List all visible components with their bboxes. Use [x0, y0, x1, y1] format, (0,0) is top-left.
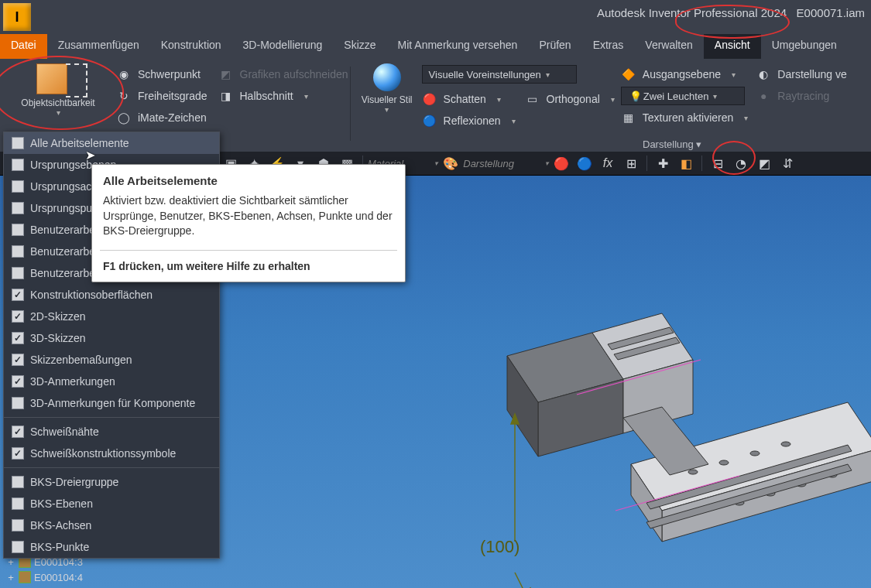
textures-button[interactable]: ▦Texturen aktivieren — [621, 108, 749, 127]
color-wheel-icon[interactable]: 🎨 — [440, 154, 461, 173]
checkbox-icon[interactable] — [12, 497, 24, 510]
half-section-button[interactable]: ◨Halbschnitt — [218, 87, 348, 105]
checkbox-icon[interactable] — [12, 267, 24, 279]
checkbox-icon[interactable] — [12, 245, 24, 258]
reflections-button[interactable]: 🔵Reflexionen — [422, 111, 516, 130]
qat-icon-15[interactable]: ⇵ — [777, 154, 798, 173]
checkbox-icon[interactable] — [12, 447, 24, 460]
dropdown-item[interactable]: Alle Arbeitselemente — [4, 132, 219, 154]
appearance-button[interactable]: ◐Darstellung ve — [756, 65, 847, 84]
dropdown-item-label: Skizzenbemaßungen — [30, 354, 132, 366]
checkbox-icon[interactable] — [12, 224, 24, 236]
dof-button[interactable]: ↻Freiheitsgrade — [116, 87, 207, 105]
dropdown-item[interactable]: Schweißkonstruktionssymbole — [4, 443, 219, 464]
ortho-label: Orthogonal — [547, 93, 600, 105]
checkbox-icon[interactable] — [12, 541, 24, 553]
appearance-combo[interactable]: Darstellung — [463, 155, 549, 172]
tab-3dmodel[interactable]: 3D-Modellierung — [232, 34, 334, 59]
checkbox-icon[interactable] — [12, 375, 24, 388]
tab-design[interactable]: Konstruktion — [150, 34, 232, 59]
qat-icon-11[interactable]: ◧ — [675, 154, 697, 173]
tooltip-title: Alle Arbeitselemente — [92, 165, 405, 193]
cog-button[interactable]: ◉Schwerpunkt — [116, 65, 207, 84]
object-visibility-button[interactable]: Objektsichtbarkeit ▾ — [16, 62, 99, 118]
slice-icon: ◩ — [218, 67, 234, 82]
texture-icon: ▦ — [621, 110, 636, 125]
qat-icon-12[interactable]: ⊟ — [707, 154, 729, 173]
checkbox-icon[interactable] — [12, 476, 24, 488]
cursor-icon: ➤ — [85, 148, 95, 162]
checkbox-icon[interactable] — [12, 137, 24, 149]
file-name: E000071.iam — [797, 6, 865, 19]
svg-point-3 — [688, 470, 698, 474]
dropdown-item-label: Schweißnähte — [30, 426, 99, 438]
checkbox-icon[interactable] — [12, 519, 24, 532]
reflections-label: Reflexionen — [444, 115, 501, 127]
tab-inspect[interactable]: Prüfen — [528, 34, 581, 59]
tab-environments[interactable]: Umgebungen — [761, 34, 848, 59]
dropdown-item[interactable]: 3D-Skizzen — [4, 327, 219, 349]
checkbox-icon[interactable] — [12, 397, 24, 409]
object-visibility-icon — [36, 63, 67, 94]
dropdown-item[interactable]: Konstruktionsoberflächen — [4, 284, 219, 306]
visual-style-button[interactable]: Visueller Stil ▾ — [357, 62, 417, 115]
tab-annotate[interactable]: Mit Anmerkung versehen — [387, 34, 529, 59]
cog-label: Schwerpunkt — [138, 68, 201, 80]
checkbox-icon[interactable] — [12, 354, 24, 366]
dropdown-item[interactable]: BKS-Achsen — [4, 514, 219, 536]
dropdown-item[interactable]: Skizzenbemaßungen — [4, 349, 219, 371]
qat-icon-13[interactable]: ◔ — [730, 154, 752, 173]
tree-label: E000104:4 — [34, 572, 83, 583]
checkbox-icon[interactable] — [12, 426, 24, 438]
textures-label: Texturen aktivieren — [643, 111, 734, 124]
dropdown-item-label: 3D-Anmerkungen für Komponente — [30, 397, 195, 409]
imate-button[interactable]: ◯iMate-Zeichen — [116, 108, 207, 127]
dropdown-item-label: Schweißkonstruktionssymbole — [30, 447, 176, 460]
app-icon: I — [3, 3, 31, 31]
qat-icon-14[interactable]: ◩ — [753, 154, 775, 173]
checkbox-icon[interactable] — [12, 289, 24, 301]
qat-icon-7[interactable]: 🔴 — [550, 154, 572, 173]
svg-point-5 — [750, 451, 760, 456]
fx-icon[interactable]: fx — [597, 154, 619, 173]
tree-row-2[interactable]: +E000104:4 — [6, 569, 83, 585]
separator — [350, 67, 351, 141]
svg-line-29 — [515, 573, 526, 588]
dropdown-item[interactable]: Schweißnähte — [4, 421, 219, 443]
dropdown-item-label: 2D-Skizzen — [30, 310, 86, 323]
dropdown-item[interactable]: 3D-Anmerkungen für Komponente — [4, 392, 219, 414]
dropdown-item-label: BKS-Ebenen — [30, 497, 93, 510]
visual-style-icon — [373, 63, 401, 91]
dropdown-item[interactable]: BKS-Ebenen — [4, 493, 219, 514]
dropdown-item-label: 3D-Skizzen — [30, 332, 86, 344]
model-tree[interactable]: +E000104:3 +E000104:4 — [6, 554, 83, 585]
tab-file[interactable]: Datei — [0, 34, 47, 59]
dropdown-item[interactable]: 3D-Anmerkungen — [4, 371, 219, 392]
checkbox-icon[interactable] — [12, 310, 24, 323]
expand-icon[interactable]: + — [6, 572, 15, 583]
visual-presets-combo[interactable]: Visuelle Voreinstellungen — [422, 65, 577, 84]
dimension-label: (100) — [480, 537, 520, 557]
ground-plane-button[interactable]: 🔶Ausgangsebene — [621, 65, 749, 84]
checkbox-icon[interactable] — [12, 159, 24, 171]
dropdown-item[interactable]: 2D-Skizzen — [4, 306, 219, 327]
checkbox-icon[interactable] — [12, 180, 24, 193]
shadow-button[interactable]: 🔴Schatten — [422, 90, 516, 108]
checkbox-icon[interactable] — [12, 202, 24, 214]
tab-view[interactable]: Ansicht — [704, 34, 761, 59]
orthogonal-button[interactable]: ▭Orthogonal — [525, 90, 615, 108]
dropdown-item[interactable]: BKS-Punkte — [4, 536, 219, 558]
dropdown-item[interactable]: BKS-Dreiergruppe — [4, 471, 219, 493]
qat-icon-10[interactable]: ✚ — [652, 154, 674, 173]
qat-icon-8[interactable]: 🔵 — [574, 154, 595, 173]
tab-assemble[interactable]: Zusammenfügen — [47, 34, 150, 59]
tab-tools[interactable]: Extras — [582, 34, 635, 59]
qat-icon-9[interactable]: ⊞ — [620, 154, 642, 173]
tab-sketch[interactable]: Skizze — [333, 34, 386, 59]
lights-combo[interactable]: 💡Zwei Leuchten — [621, 87, 745, 105]
lights-label: Zwei Leuchten — [643, 91, 709, 102]
panel-label-appearance[interactable]: Darstellung ▾ — [643, 138, 701, 150]
svg-point-6 — [781, 442, 790, 446]
checkbox-icon[interactable] — [12, 332, 24, 344]
tab-manage[interactable]: Verwalten — [634, 34, 703, 59]
